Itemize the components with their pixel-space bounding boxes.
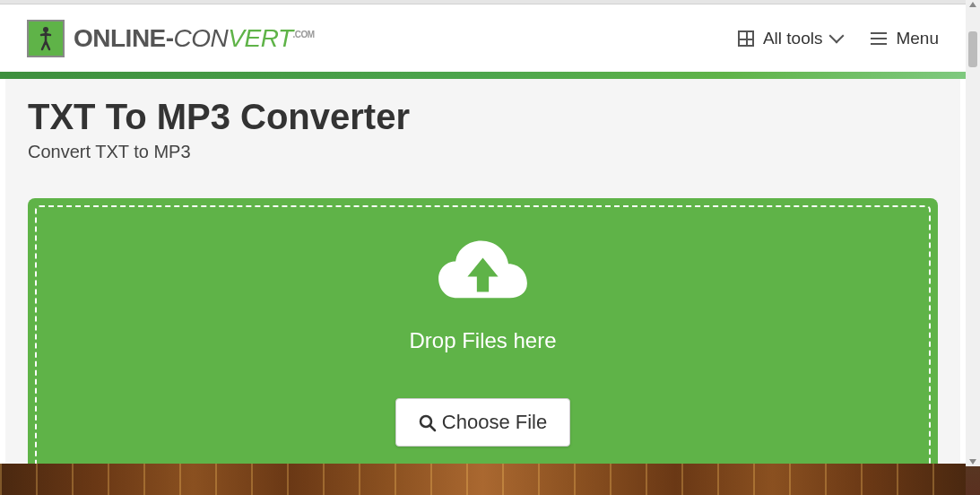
logo-text: ONLINE-CONVERT.COM <box>74 24 315 53</box>
page-title: TXT To MP3 Converter <box>28 97 938 137</box>
menu-label: Menu <box>896 29 939 48</box>
logo[interactable]: ONLINE-CONVERT.COM <box>27 20 315 57</box>
header: ONLINE-CONVERT.COM All tools Menu <box>0 4 966 72</box>
hamburger-icon <box>871 32 887 45</box>
menu-button[interactable]: Menu <box>871 29 939 48</box>
dropzone-container: Drop Files here Choose File <box>28 198 938 482</box>
all-tools-button[interactable]: All tools <box>738 29 845 48</box>
choose-file-button[interactable]: Choose File <box>395 398 570 447</box>
choose-file-label: Choose File <box>442 411 547 434</box>
drop-text: Drop Files here <box>409 328 556 353</box>
background-image <box>0 464 966 495</box>
cloud-upload-icon <box>431 234 534 319</box>
logo-icon <box>27 20 65 57</box>
main-content: TXT To MP3 Converter Convert TXT to MP3 … <box>5 79 960 495</box>
browser-scrollbar[interactable] <box>966 0 980 466</box>
page-subtitle: Convert TXT to MP3 <box>28 142 938 162</box>
nav-right: All tools Menu <box>738 29 939 48</box>
grid-icon <box>738 30 754 47</box>
all-tools-label: All tools <box>763 29 823 48</box>
scroll-down-icon[interactable] <box>969 459 976 465</box>
green-accent-bar <box>0 72 966 79</box>
chevron-down-icon <box>831 32 844 45</box>
search-icon <box>419 414 435 430</box>
scroll-up-icon[interactable] <box>969 2 976 7</box>
dropzone[interactable]: Drop Files here Choose File <box>35 205 931 475</box>
svg-line-2 <box>430 426 435 430</box>
